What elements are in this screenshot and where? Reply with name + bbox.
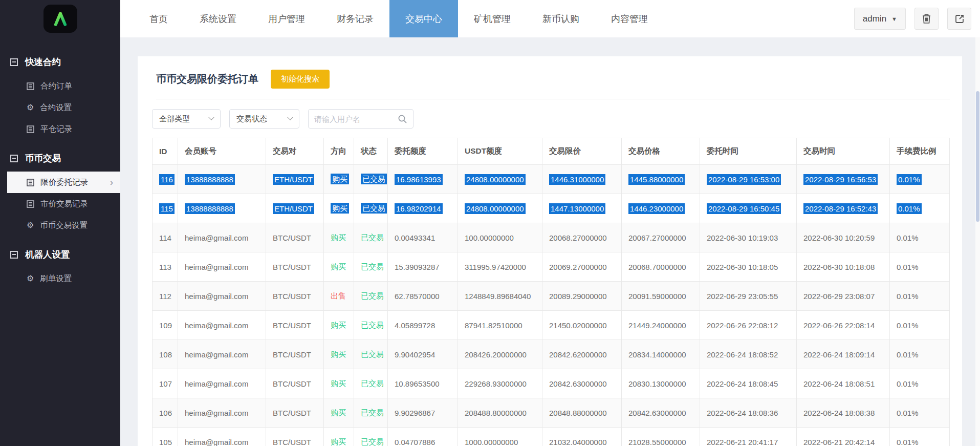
cell-usdt_amount: 208488.80000000 bbox=[458, 398, 542, 428]
table-row: 108heima@gmail.comBTC/USDT购买已交易9.9040295… bbox=[153, 340, 950, 369]
cell-amount: 9.90402954 bbox=[388, 340, 458, 369]
type-filter-select[interactable]: 全部类型 bbox=[152, 109, 221, 129]
cell-limit_price: 1447.13000000 bbox=[542, 194, 622, 223]
sidebar-item-label: 合约设置 bbox=[40, 102, 72, 113]
cell-fee: 0.01% bbox=[890, 398, 950, 428]
sidebar-item-label: 市价交易记录 bbox=[40, 199, 88, 209]
cell-amount: 16.98202914 bbox=[388, 194, 458, 223]
col-header-account: 会员账号 bbox=[178, 138, 266, 165]
cell-trade_price: 1446.23000000 bbox=[622, 194, 700, 223]
cell-trade_price: 1445.88000000 bbox=[622, 165, 700, 194]
col-header-id: ID bbox=[153, 138, 178, 165]
sidebar-item-contract-settings[interactable]: ⚙ 合约设置 bbox=[0, 97, 120, 118]
cell-amount: 62.78570000 bbox=[388, 282, 458, 311]
col-header-limit-price: 交易限价 bbox=[542, 138, 622, 165]
sidebar-item-limit-order-records[interactable]: 限价委托记录 › bbox=[7, 172, 120, 193]
collapse-icon bbox=[10, 155, 18, 162]
cell-pair: BTC/USDT bbox=[266, 340, 324, 369]
list-icon bbox=[27, 200, 34, 208]
table-row: 11513888888888ETH/USDT购买已交易16.9820291424… bbox=[153, 194, 950, 223]
table-row: 114heima@gmail.comBTC/USDT购买已交易0.0049334… bbox=[153, 223, 950, 252]
cell-direction: 购买 bbox=[324, 165, 354, 194]
sidebar-section-robot-settings: 机器人设置 ⚙ 刷单设置 bbox=[0, 241, 120, 289]
scrollbar-track[interactable] bbox=[975, 37, 980, 446]
cell-id: 114 bbox=[153, 223, 178, 252]
search-input[interactable] bbox=[314, 115, 398, 123]
cell-order_time: 2022-06-29 23:05:55 bbox=[700, 282, 797, 311]
sidebar-item-market-trade-records[interactable]: 市价交易记录 bbox=[0, 193, 120, 215]
admin-dropdown-button[interactable]: admin ▼ bbox=[854, 8, 906, 30]
sidebar-item-brush-order-settings[interactable]: ⚙ 刷单设置 bbox=[0, 268, 120, 289]
section-title-label: 快速合约 bbox=[25, 56, 61, 68]
topbar-actions: admin ▼ bbox=[854, 0, 980, 37]
cell-trade_price: 20842.63000000 bbox=[622, 398, 700, 428]
sidebar-section-title-robot-settings[interactable]: 机器人设置 bbox=[0, 241, 120, 268]
sidebar-section-title-coin-trade[interactable]: 币币交易 bbox=[0, 145, 120, 172]
nav-item-user-management[interactable]: 用户管理 bbox=[252, 0, 321, 37]
cell-usdt_amount: 1248849.89684040 bbox=[458, 282, 542, 311]
cell-order_time: 2022-06-30 10:19:03 bbox=[700, 223, 797, 252]
cell-trade_price: 20067.27000000 bbox=[622, 223, 700, 252]
cell-order_time: 2022-06-24 18:08:52 bbox=[700, 340, 797, 369]
cell-account: heima@gmail.com bbox=[178, 282, 266, 311]
cell-id: 106 bbox=[153, 398, 178, 428]
cell-account: heima@gmail.com bbox=[178, 398, 266, 428]
cell-status: 已交易 bbox=[354, 282, 388, 311]
cell-fee: 0.01% bbox=[890, 311, 950, 340]
cell-direction: 购买 bbox=[324, 369, 354, 398]
nav-item-finance-records[interactable]: 财务记录 bbox=[321, 0, 389, 37]
cell-direction: 购买 bbox=[324, 428, 354, 446]
logo-block bbox=[0, 0, 120, 37]
cell-status: 已交易 bbox=[354, 252, 388, 282]
sidebar-section-title-quick-contract[interactable]: 快速合约 bbox=[0, 49, 120, 75]
nav-item-content-management[interactable]: 内容管理 bbox=[595, 0, 664, 37]
cell-direction: 购买 bbox=[324, 194, 354, 223]
clear-cache-button[interactable] bbox=[914, 8, 939, 30]
cell-status: 已交易 bbox=[354, 398, 388, 428]
cell-limit_price: 21032.04000000 bbox=[542, 428, 622, 446]
cell-trade_price: 20830.13000000 bbox=[622, 369, 700, 398]
sidebar-item-coin-trade-settings[interactable]: ⚙ 币币交易设置 bbox=[0, 215, 120, 236]
admin-username: admin bbox=[863, 14, 886, 24]
cell-account: 13888888888 bbox=[178, 194, 266, 223]
nav-item-trade-center[interactable]: 交易中心 bbox=[389, 0, 458, 37]
gear-icon: ⚙ bbox=[27, 221, 34, 229]
search-icon[interactable] bbox=[398, 114, 407, 124]
cell-pair: BTC/USDT bbox=[266, 311, 324, 340]
cell-direction: 购买 bbox=[324, 252, 354, 282]
sidebar-item-label: 币币交易设置 bbox=[40, 220, 88, 231]
scrollbar-thumb[interactable] bbox=[976, 91, 979, 222]
status-filter-select[interactable]: 交易状态 bbox=[229, 109, 299, 129]
nav-item-home[interactable]: 首页 bbox=[134, 0, 184, 37]
cell-id: 115 bbox=[153, 194, 178, 223]
cell-trade_time: 2022-06-24 18:09:14 bbox=[797, 340, 890, 369]
chevron-down-icon bbox=[208, 115, 214, 120]
cell-pair: BTC/USDT bbox=[266, 369, 324, 398]
cell-amount: 15.39093287 bbox=[388, 252, 458, 282]
cell-usdt_amount: 24808.00000000 bbox=[458, 165, 542, 194]
cell-fee: 0.01% bbox=[890, 340, 950, 369]
table-row: 105heima@gmail.comBTC/USDT购买已交易0.0470788… bbox=[153, 428, 950, 446]
cell-trade_time: 2022-06-30 10:20:59 bbox=[797, 223, 890, 252]
sidebar-item-close-position-records[interactable]: 平仓记录 bbox=[0, 118, 120, 140]
cell-trade_time: 2022-06-30 10:18:08 bbox=[797, 252, 890, 282]
collapse-icon bbox=[10, 58, 18, 66]
table-row: 107heima@gmail.comBTC/USDT购买已交易10.896535… bbox=[153, 369, 950, 398]
nav-item-miner-management[interactable]: 矿机管理 bbox=[458, 0, 527, 37]
cell-trade_price: 21028.55000000 bbox=[622, 428, 700, 446]
main-content: 币币交易限价委托订单 初始化搜索 全部类型 交易状态 bbox=[120, 37, 980, 446]
table-row: 113heima@gmail.comBTC/USDT购买已交易15.390932… bbox=[153, 252, 950, 282]
nav-item-new-coin-subscription[interactable]: 新币认购 bbox=[527, 0, 595, 37]
sidebar-item-label: 刷单设置 bbox=[40, 273, 72, 284]
cell-amount: 10.89653500 bbox=[388, 369, 458, 398]
cell-pair: ETH/USDT bbox=[266, 165, 324, 194]
logout-button[interactable] bbox=[947, 8, 971, 30]
cell-usdt_amount: 1000.00000000 bbox=[458, 428, 542, 446]
sidebar-item-contract-orders[interactable]: 合约订单 bbox=[0, 75, 120, 97]
cell-fee: 0.01% bbox=[890, 428, 950, 446]
nav-item-system-settings[interactable]: 系统设置 bbox=[184, 0, 252, 37]
cell-order_time: 2022-06-30 10:18:05 bbox=[700, 252, 797, 282]
cell-pair: BTC/USDT bbox=[266, 428, 324, 446]
init-search-button[interactable]: 初始化搜索 bbox=[271, 70, 330, 89]
cell-id: 113 bbox=[153, 252, 178, 282]
